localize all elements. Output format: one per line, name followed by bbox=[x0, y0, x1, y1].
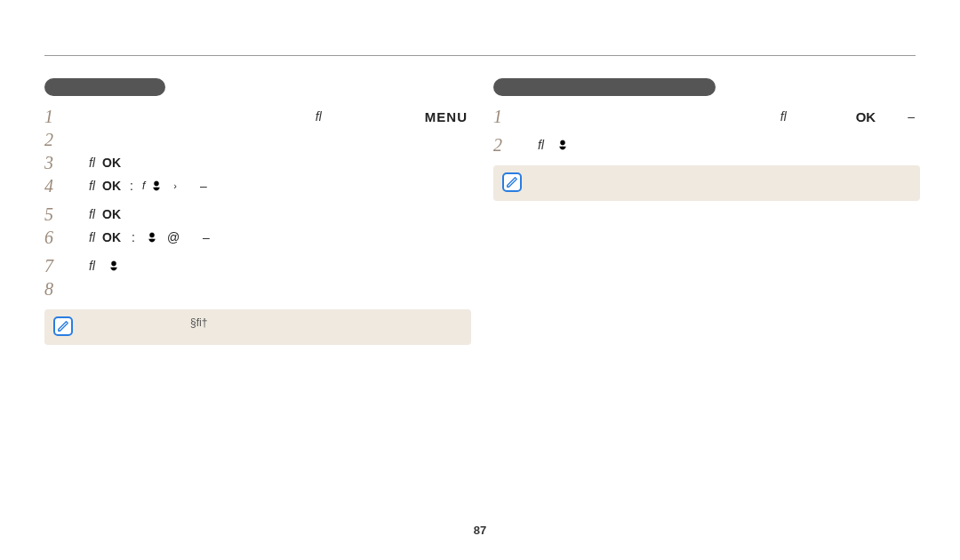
note-icon bbox=[502, 172, 522, 192]
note-icon bbox=[53, 316, 73, 336]
step-row: 6 ﬂ OK : @ – bbox=[44, 226, 471, 249]
ok-label: OK bbox=[102, 179, 121, 193]
step-row: 1 ﬂ MENU bbox=[44, 105, 471, 128]
ok-label: OK bbox=[102, 207, 121, 221]
step-number: 2 bbox=[44, 130, 68, 150]
step-number: 3 bbox=[44, 153, 68, 173]
f-glyph: f bbox=[142, 180, 145, 192]
dash: – bbox=[200, 179, 207, 193]
page-number: 87 bbox=[0, 524, 960, 537]
section-pill-left bbox=[44, 78, 165, 96]
fl-glyph: ﬂ bbox=[538, 138, 544, 152]
dash: – bbox=[203, 230, 210, 244]
right-column: 1 ﬂ OK – 2 ﬂ bbox=[493, 78, 920, 201]
ok-label: OK bbox=[102, 156, 121, 170]
step-row: 3 ﬂ OK bbox=[44, 151, 471, 174]
left-column: 1 ﬂ MENU 2 3 ﬂ OK 4 ﬂ OK : f › – 5 ﬂ OK … bbox=[44, 78, 471, 345]
fl-glyph: ﬂ bbox=[89, 156, 95, 170]
step-number: 1 bbox=[493, 107, 516, 127]
step-number: 5 bbox=[44, 204, 68, 225]
tulip-icon bbox=[556, 139, 569, 151]
fl-glyph: ﬂ bbox=[316, 109, 322, 124]
tulip-icon bbox=[108, 260, 120, 272]
fl-glyph: ﬂ bbox=[89, 207, 95, 221]
colon: : bbox=[130, 179, 133, 193]
tulip-icon bbox=[150, 180, 163, 192]
note-text: §ﬁ† bbox=[190, 316, 207, 329]
fl-glyph: ﬂ bbox=[89, 179, 95, 193]
step-row: 5 ﬂ OK bbox=[44, 203, 471, 226]
fl-glyph: ﬂ bbox=[89, 230, 95, 244]
note-box bbox=[493, 165, 920, 201]
at-glyph: @ bbox=[167, 230, 180, 244]
ok-label: OK bbox=[856, 109, 876, 124]
step-row: 2 bbox=[44, 128, 471, 151]
step-row: 7 ﬂ bbox=[44, 254, 471, 277]
tulip-icon bbox=[146, 231, 158, 244]
step-number: 4 bbox=[44, 176, 68, 196]
step-number: 6 bbox=[44, 228, 68, 248]
step-number: 2 bbox=[493, 135, 516, 156]
step-row: 1 ﬂ OK – bbox=[493, 105, 920, 128]
step-number: 7 bbox=[44, 256, 68, 276]
step-number: 1 bbox=[44, 107, 68, 127]
chevron-icon: › bbox=[173, 180, 177, 191]
step-row: 8 bbox=[44, 277, 471, 300]
fl-glyph: ﬂ bbox=[780, 109, 787, 124]
step-row: 4 ﬂ OK : f › – bbox=[44, 174, 471, 197]
menu-label: MENU bbox=[425, 109, 468, 124]
ok-label: OK bbox=[102, 230, 121, 244]
dash: – bbox=[908, 109, 915, 124]
step-number: 8 bbox=[44, 279, 68, 300]
note-box: §ﬁ† bbox=[44, 309, 471, 345]
colon: : bbox=[132, 230, 135, 244]
step-row: 2 ﬂ bbox=[493, 133, 920, 156]
fl-glyph: ﬂ bbox=[89, 259, 95, 273]
header-divider bbox=[44, 55, 916, 56]
section-pill-right bbox=[493, 78, 716, 96]
